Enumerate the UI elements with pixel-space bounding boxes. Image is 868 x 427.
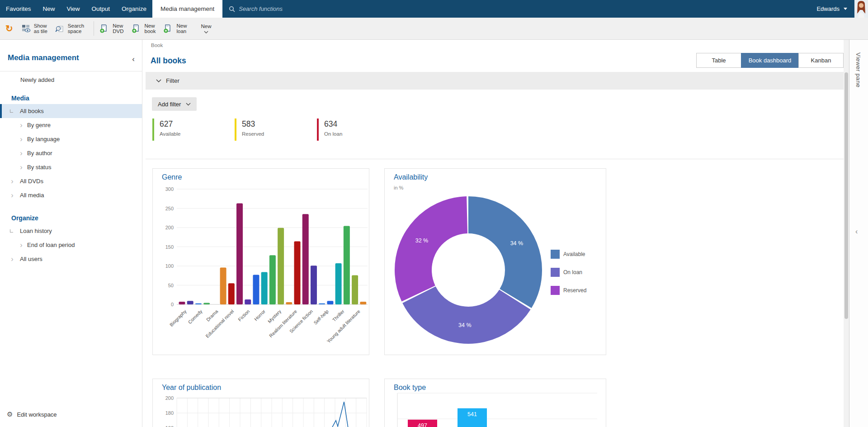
- sidebar-item-all-books[interactable]: All books: [0, 104, 142, 118]
- chevron-right-icon[interactable]: ›: [19, 146, 24, 160]
- kpi-value: 627: [160, 119, 217, 129]
- sidebar-item-by-genre[interactable]: ›By genre: [0, 118, 142, 132]
- toolbar: ↻ Showas tile Searchspace: [0, 18, 868, 40]
- chevron-right-icon[interactable]: ›: [10, 174, 14, 188]
- sidebar-item-newly-added[interactable]: Newly added: [0, 73, 142, 86]
- svg-text:34 %: 34 %: [510, 240, 524, 247]
- divider: [146, 159, 844, 159]
- genre-bar[interactable]: [360, 302, 366, 304]
- user-name: Edwards: [816, 5, 840, 12]
- tab-media-management[interactable]: Media management: [152, 0, 222, 18]
- chevron-right-icon[interactable]: ›: [19, 118, 24, 132]
- svg-text:Horror: Horror: [253, 308, 267, 322]
- genre-bar[interactable]: [319, 303, 325, 304]
- genre-bar[interactable]: [269, 255, 276, 304]
- show-as-tile-button[interactable]: Showas tile: [22, 23, 47, 34]
- genre-bar[interactable]: [327, 301, 333, 304]
- sidebar-item-by-language[interactable]: ›By language: [0, 132, 142, 146]
- sidebar-item-all-dvds[interactable]: ›All DVDs: [0, 174, 142, 188]
- sidebar-item-loan-history[interactable]: Loan history: [0, 224, 142, 238]
- new-book-button[interactable]: Newbook: [132, 23, 156, 34]
- viewer-pane-label[interactable]: Viewer pane: [855, 52, 862, 88]
- expanded-node-icon[interactable]: [10, 229, 13, 232]
- menu-item-output[interactable]: Output: [86, 0, 116, 18]
- chevron-down-icon: [204, 31, 208, 33]
- genre-bar[interactable]: [228, 283, 235, 304]
- genre-bar[interactable]: [294, 242, 301, 304]
- view-switcher: TableBook dashboardKanban: [697, 53, 844, 68]
- sidebar-item-all-users[interactable]: ›All users: [0, 252, 142, 266]
- user-menu[interactable]: Edwards: [816, 0, 868, 18]
- sidebar-item-by-status[interactable]: ›By status: [0, 160, 142, 174]
- menu-item-favorites[interactable]: Favorites: [0, 0, 37, 18]
- chart-card-year-of-publication: 200180160140120100 Year of publication: [152, 379, 369, 427]
- availability-donut-chart: 34 %34 %32 %AvailableOn loanReserved: [385, 169, 607, 356]
- sidebar-item-all-media[interactable]: ›All media: [0, 188, 142, 202]
- expanded-node-icon[interactable]: [10, 109, 13, 113]
- sidebar-item-label: All media: [20, 192, 44, 199]
- refresh-button[interactable]: ↻: [5, 23, 14, 34]
- view-button-table[interactable]: Table: [696, 53, 741, 68]
- vertical-scrollbar[interactable]: [844, 40, 849, 427]
- svg-text:Comedy: Comedy: [187, 308, 203, 325]
- chevron-right-icon[interactable]: ›: [19, 238, 24, 252]
- genre-bar[interactable]: [311, 266, 317, 304]
- edit-workspace-button[interactable]: ⚙ Edit workspace: [7, 410, 57, 418]
- genre-bar[interactable]: [236, 203, 243, 304]
- chart-title: Book type: [394, 384, 426, 392]
- chevron-right-icon[interactable]: ›: [19, 132, 24, 146]
- genre-bar[interactable]: [187, 301, 193, 304]
- svg-text:300: 300: [165, 186, 174, 192]
- kpi-label: On loan: [324, 129, 382, 137]
- svg-text:Thriller: Thriller: [331, 308, 346, 323]
- genre-bar[interactable]: [302, 214, 309, 304]
- genre-bar[interactable]: [261, 272, 268, 304]
- genre-bar[interactable]: [195, 303, 202, 304]
- sidebar-item-by-author[interactable]: ›By author: [0, 146, 142, 160]
- view-button-kanban[interactable]: Kanban: [798, 53, 844, 68]
- genre-bar[interactable]: [253, 275, 259, 304]
- genre-bar[interactable]: [179, 302, 185, 304]
- svg-text:150: 150: [165, 244, 174, 250]
- sidebar-item-label: Loan history: [20, 228, 52, 234]
- chevron-right-icon[interactable]: ›: [10, 188, 14, 202]
- add-filter-button[interactable]: Add filter: [152, 97, 197, 111]
- search-space-button[interactable]: Searchspace: [55, 23, 84, 34]
- svg-text:0: 0: [171, 302, 174, 307]
- avatar[interactable]: [854, 0, 868, 18]
- new-dvd-icon: [99, 24, 109, 33]
- svg-text:250: 250: [165, 206, 174, 211]
- sidebar-collapse-icon[interactable]: ‹: [132, 55, 135, 63]
- chevron-right-icon[interactable]: ›: [19, 160, 24, 174]
- filter-bar[interactable]: Filter: [146, 72, 844, 90]
- genre-bar[interactable]: [220, 267, 226, 304]
- view-button-book-dashboard[interactable]: Book dashboard: [741, 53, 799, 68]
- menu-item-view[interactable]: View: [61, 0, 86, 18]
- genre-bar[interactable]: [245, 299, 251, 304]
- scrollbar-thumb[interactable]: [844, 72, 848, 319]
- genre-bar[interactable]: [344, 226, 350, 304]
- menu-item-new[interactable]: New: [37, 0, 61, 18]
- viewer-pane-expand-icon[interactable]: ‹: [855, 228, 858, 236]
- genre-bar[interactable]: [286, 302, 292, 304]
- search-functions[interactable]: Search functions: [229, 0, 283, 18]
- legend-label: Reserved: [563, 287, 586, 294]
- kpi-reserved: 583Reserved: [235, 119, 300, 141]
- chevron-right-icon[interactable]: ›: [10, 252, 14, 266]
- sidebar-item-end-of-loan-period[interactable]: ›End of loan period: [0, 238, 142, 252]
- new-dropdown-button[interactable]: New: [201, 24, 211, 33]
- svg-text:34 %: 34 %: [458, 322, 472, 328]
- new-dvd-button[interactable]: NewDVD: [99, 23, 123, 34]
- new-loan-button[interactable]: Newloan: [163, 23, 187, 34]
- chart-title: Year of publication: [162, 384, 221, 392]
- svg-text:Realism literature: Realism literature: [268, 308, 298, 338]
- sidebar-item-label: By author: [27, 150, 52, 157]
- sidebar-title: Media management: [8, 53, 79, 62]
- genre-bar[interactable]: [203, 303, 210, 304]
- svg-text:Mystery: Mystery: [267, 308, 283, 324]
- genre-bar[interactable]: [278, 228, 284, 304]
- genre-bar[interactable]: [335, 263, 342, 304]
- toolbar-separator: [94, 21, 94, 36]
- genre-bar[interactable]: [352, 275, 358, 304]
- menu-item-organize[interactable]: Organize: [116, 0, 152, 18]
